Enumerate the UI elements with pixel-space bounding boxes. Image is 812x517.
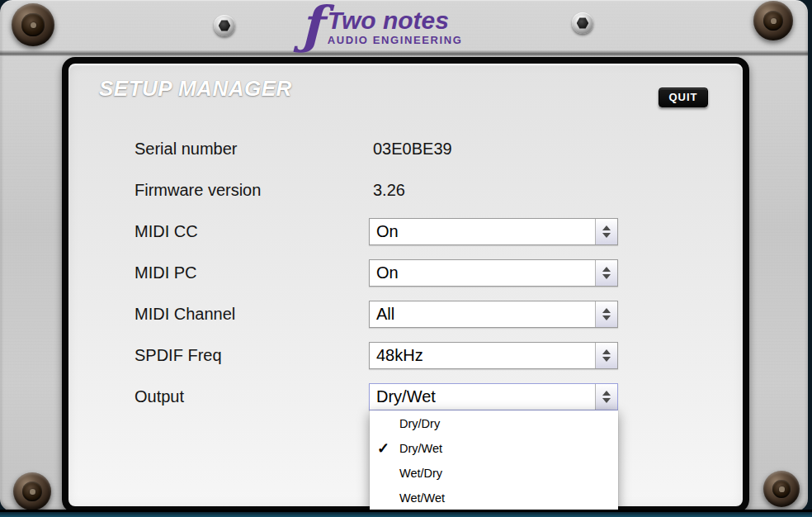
- menu-item-label: Dry/Dry: [399, 417, 440, 430]
- device-faceplate: ƒ Two notes AUDIO ENGINEERING SETUP MANA…: [0, 0, 812, 517]
- output-dropdown-menu: Dry/Dry ✓ Dry/Wet Wet/Dry Wet/Wet: [370, 410, 618, 510]
- checkmark-slot: [377, 486, 397, 510]
- arrow-down-icon: [602, 357, 611, 362]
- field-row-firmware-version: Firmware version 3.26: [0, 177, 749, 204]
- stepper-icon[interactable]: [595, 343, 617, 368]
- field-row-midi-pc: MIDI PC On: [0, 259, 749, 287]
- two-notes-logo-icon: ƒ: [300, 2, 323, 50]
- menu-item-label: Dry/Wet: [399, 442, 442, 455]
- field-label: SPDIF Freq: [135, 342, 222, 369]
- arrow-down-icon: [602, 233, 611, 238]
- field-label: MIDI PC: [135, 259, 197, 287]
- brand-logo: ƒ Two notes AUDIO ENGINEERING: [300, 0, 462, 48]
- window-bottom-edge: [0, 510, 812, 517]
- checkmark-icon: ✓: [377, 436, 397, 461]
- midi-cc-select[interactable]: On: [369, 218, 618, 245]
- checkmark-slot: [377, 411, 397, 436]
- screw-icon: [753, 1, 793, 40]
- menu-item-label: Wet/Dry: [399, 467, 442, 480]
- midi-channel-select[interactable]: All: [369, 301, 618, 328]
- hex-screw-icon: [572, 12, 593, 34]
- arrow-up-icon: [602, 267, 611, 272]
- arrow-up-icon: [602, 349, 611, 354]
- field-row-midi-channel: MIDI Channel All: [0, 301, 749, 328]
- field-row-output: Output Dry/Wet: [0, 383, 749, 410]
- checkmark-slot: [377, 461, 397, 486]
- stepper-icon[interactable]: [595, 219, 617, 244]
- menu-item-wet-wet[interactable]: Wet/Wet: [370, 486, 618, 510]
- field-row-midi-cc: MIDI CC On: [0, 218, 749, 245]
- field-label: Serial number: [135, 135, 238, 163]
- firmware-version-value: 3.26: [373, 177, 405, 204]
- selected-value: All: [376, 301, 394, 327]
- arrow-down-icon: [602, 398, 611, 403]
- arrow-up-icon: [602, 391, 611, 396]
- field-label: Output: [135, 383, 184, 410]
- field-label: MIDI CC: [135, 218, 198, 245]
- selected-value: 48kHz: [376, 343, 423, 368]
- quit-button[interactable]: QUIT: [659, 88, 708, 107]
- arrow-up-icon: [602, 225, 611, 230]
- selected-value: On: [376, 260, 399, 286]
- menu-item-dry-wet[interactable]: ✓ Dry/Wet: [370, 436, 618, 461]
- arrow-down-icon: [602, 315, 611, 320]
- output-select[interactable]: Dry/Wet: [369, 383, 618, 410]
- arrow-down-icon: [602, 274, 611, 279]
- screw-icon: [12, 3, 54, 46]
- screw-icon: [13, 472, 51, 510]
- brand-name: Two notes: [328, 8, 463, 33]
- arrow-up-icon: [602, 308, 611, 313]
- stepper-icon[interactable]: [595, 260, 617, 286]
- field-row-serial-number: Serial number 03E0BE39: [0, 135, 749, 163]
- stepper-icon[interactable]: [595, 384, 617, 410]
- field-label: MIDI Channel: [135, 301, 235, 328]
- field-label: Firmware version: [135, 177, 261, 204]
- spdif-freq-select[interactable]: 48kHz: [369, 342, 618, 369]
- menu-item-wet-dry[interactable]: Wet/Dry: [370, 461, 618, 486]
- menu-item-dry-dry[interactable]: Dry/Dry: [370, 411, 618, 436]
- field-row-spdif-freq: SPDIF Freq 48kHz: [0, 342, 749, 369]
- menu-item-label: Wet/Wet: [399, 491, 445, 505]
- brand-tagline: AUDIO ENGINEERING: [328, 34, 463, 46]
- page-title: SETUP MANAGER: [99, 76, 292, 102]
- selected-value: Dry/Wet: [376, 384, 436, 410]
- hex-screw-icon: [214, 15, 235, 36]
- screw-icon: [763, 471, 800, 507]
- selected-value: On: [376, 219, 399, 244]
- brand-logo-text: Two notes AUDIO ENGINEERING: [328, 0, 463, 46]
- midi-pc-select[interactable]: On: [369, 259, 618, 287]
- serial-number-value: 03E0BE39: [373, 135, 452, 163]
- stepper-icon[interactable]: [595, 301, 617, 327]
- faceplate-seam: [0, 50, 808, 57]
